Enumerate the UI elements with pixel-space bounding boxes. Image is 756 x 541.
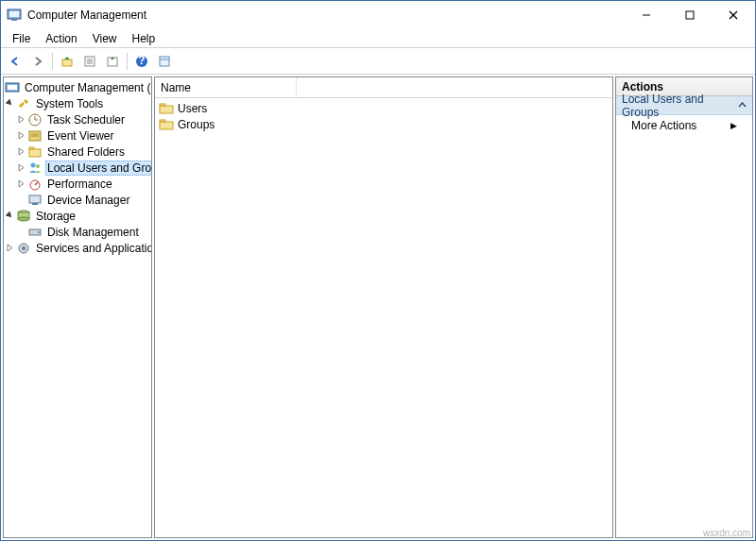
folder-icon bbox=[159, 101, 174, 116]
actions-panel: Actions Local Users and Groups More Acti… bbox=[615, 76, 753, 538]
svg-point-35 bbox=[18, 217, 29, 221]
collapse-icon[interactable] bbox=[738, 101, 747, 110]
folder-icon bbox=[159, 117, 174, 132]
svg-rect-18 bbox=[8, 85, 17, 90]
menu-help[interactable]: Help bbox=[125, 30, 163, 47]
svg-rect-42 bbox=[160, 122, 173, 129]
svg-rect-26 bbox=[29, 147, 34, 149]
toolbar: ? bbox=[1, 48, 755, 75]
actions-more[interactable]: More Actions ▶ bbox=[616, 115, 752, 136]
menubar: File Action View Help bbox=[1, 29, 755, 48]
chevron-right-icon: ▶ bbox=[730, 121, 737, 130]
tree-storage[interactable]: Storage bbox=[4, 208, 151, 224]
tree-event-viewer[interactable]: Event Viewer bbox=[4, 127, 151, 144]
watermark: wsxdn.com bbox=[703, 528, 750, 538]
tree-shared-folders[interactable]: Shared Folders bbox=[4, 144, 151, 160]
shared-folder-icon bbox=[27, 144, 43, 160]
svg-rect-43 bbox=[160, 120, 165, 122]
export-button[interactable] bbox=[102, 51, 123, 72]
menu-action[interactable]: Action bbox=[38, 30, 84, 47]
svg-rect-32 bbox=[32, 203, 38, 205]
svg-point-37 bbox=[38, 231, 40, 233]
svg-point-28 bbox=[36, 164, 40, 168]
expander-icon[interactable] bbox=[15, 130, 26, 142]
refresh-button[interactable] bbox=[154, 51, 175, 72]
up-button[interactable] bbox=[57, 51, 77, 72]
svg-rect-25 bbox=[29, 149, 41, 157]
list-item-label: Groups bbox=[178, 118, 215, 131]
maximize-button[interactable] bbox=[668, 1, 712, 29]
expander-icon[interactable] bbox=[15, 162, 26, 174]
svg-text:?: ? bbox=[138, 55, 145, 67]
menu-view[interactable]: View bbox=[85, 30, 125, 47]
device-manager-icon bbox=[27, 193, 43, 208]
svg-rect-40 bbox=[160, 106, 173, 113]
tree-services-apps[interactable]: Services and Applications bbox=[4, 240, 151, 256]
menu-file[interactable]: File bbox=[5, 30, 38, 47]
svg-rect-41 bbox=[160, 104, 165, 106]
tree-panel[interactable]: Computer Management (Local System Tools … bbox=[3, 76, 152, 538]
column-name[interactable]: Name bbox=[155, 77, 297, 97]
svg-rect-31 bbox=[29, 195, 41, 203]
storage-icon bbox=[16, 209, 31, 224]
svg-point-39 bbox=[22, 246, 26, 250]
properties-button[interactable] bbox=[79, 51, 100, 72]
list-item[interactable]: Users bbox=[155, 100, 612, 116]
tree-root[interactable]: Computer Management (Local bbox=[4, 79, 151, 95]
window-title: Computer Management bbox=[27, 8, 625, 22]
actions-section[interactable]: Local Users and Groups bbox=[616, 96, 752, 115]
content-panel: Name Users Groups bbox=[154, 76, 613, 538]
services-icon bbox=[16, 241, 31, 256]
forward-button[interactable] bbox=[27, 51, 48, 72]
tree-device-manager[interactable]: Device Manager bbox=[4, 192, 151, 208]
svg-rect-1 bbox=[9, 11, 19, 17]
actions-more-label: More Actions bbox=[631, 119, 696, 132]
svg-rect-7 bbox=[62, 59, 72, 66]
computer-icon bbox=[5, 80, 20, 95]
column-header[interactable]: Name bbox=[155, 77, 612, 98]
close-button[interactable] bbox=[712, 1, 755, 29]
tree-disk-management[interactable]: Disk Management bbox=[4, 224, 151, 240]
tree-local-users-groups[interactable]: Local Users and Groups bbox=[4, 160, 151, 176]
disk-icon bbox=[27, 225, 43, 240]
app-icon bbox=[7, 8, 22, 23]
expander-icon[interactable] bbox=[15, 178, 26, 190]
svg-rect-15 bbox=[160, 57, 169, 66]
back-button[interactable] bbox=[5, 51, 26, 72]
expander-icon[interactable] bbox=[4, 98, 15, 110]
tree-system-tools[interactable]: System Tools bbox=[4, 95, 151, 111]
svg-rect-2 bbox=[11, 19, 17, 21]
event-log-icon bbox=[27, 128, 43, 144]
help-button[interactable]: ? bbox=[131, 51, 152, 72]
performance-icon bbox=[27, 177, 43, 192]
list-item-label: Users bbox=[178, 102, 207, 115]
expander-icon[interactable] bbox=[4, 243, 15, 254]
clock-icon bbox=[27, 112, 43, 127]
svg-point-27 bbox=[31, 162, 36, 167]
workspace: Computer Management (Local System Tools … bbox=[1, 75, 755, 540]
expander-icon[interactable] bbox=[15, 114, 26, 126]
users-icon bbox=[27, 161, 43, 176]
list-item[interactable]: Groups bbox=[155, 116, 612, 132]
minimize-button[interactable] bbox=[625, 1, 668, 29]
expander-icon[interactable] bbox=[15, 146, 26, 158]
svg-rect-4 bbox=[686, 11, 694, 19]
titlebar: Computer Management bbox=[1, 1, 755, 29]
tools-icon bbox=[16, 96, 31, 111]
tree-performance[interactable]: Performance bbox=[4, 176, 151, 192]
expander-icon[interactable] bbox=[4, 211, 15, 222]
tree-task-scheduler[interactable]: Task Scheduler bbox=[4, 111, 151, 127]
